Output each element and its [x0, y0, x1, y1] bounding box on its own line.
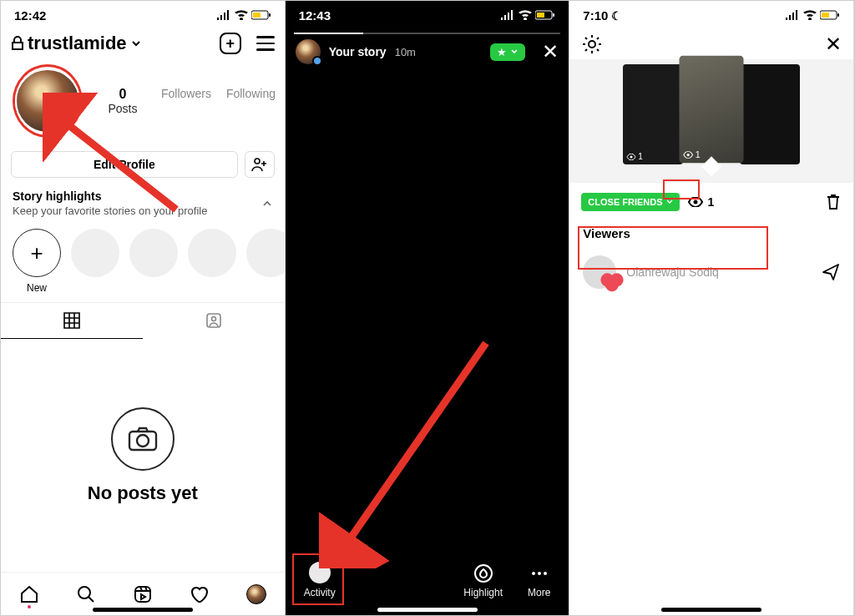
svg-point-21 — [630, 155, 633, 158]
stat-followers[interactable]: Followers — [161, 87, 211, 115]
camera-icon — [111, 407, 175, 471]
chevron-down-icon — [666, 199, 673, 205]
profile-avatar — [15, 68, 80, 134]
highlights-title: Story highlights — [13, 189, 207, 203]
home-indicator — [377, 608, 478, 612]
settings-button[interactable] — [581, 33, 603, 55]
status-bar: 12:43 — [286, 1, 569, 29]
nav-reels[interactable] — [132, 583, 154, 605]
svg-rect-9 — [135, 587, 150, 602]
close-friends-label: CLOSE FRIENDS — [588, 197, 662, 207]
profile-topbar: trustlamide + — [1, 29, 285, 59]
highlight-placeholder — [71, 229, 119, 294]
chevron-up-icon[interactable] — [261, 198, 273, 210]
add-badge-icon — [312, 56, 322, 66]
story-header: Your story 10m ★ ✕ — [286, 34, 569, 69]
profile-stats: 0 Posts Followers Following — [99, 87, 276, 115]
viewer-avatar — [583, 255, 616, 289]
nav-search[interactable] — [75, 583, 97, 605]
profile-screen: 12:42 trustlamide + 0 Pos — [1, 1, 286, 615]
profile-avatar-story-ring[interactable] — [13, 64, 83, 138]
tab-tagged[interactable] — [143, 303, 285, 339]
highlight-label: Highlight — [463, 587, 503, 598]
highlight-button[interactable]: Highlight — [463, 563, 503, 598]
close-button[interactable]: ✕ — [825, 33, 842, 56]
svg-point-3 — [255, 159, 260, 164]
svg-point-5 — [211, 317, 215, 321]
profile-avatar-small — [246, 584, 266, 604]
more-label: More — [528, 587, 550, 598]
more-button[interactable]: More — [528, 563, 550, 598]
plus-circle-icon: + — [13, 229, 61, 277]
story-toolbar: Activity Highlight More — [286, 553, 569, 615]
view-count[interactable]: 1 — [688, 195, 715, 209]
view-count-number: 1 — [708, 195, 715, 209]
svg-point-22 — [687, 153, 690, 155]
svg-rect-18 — [822, 13, 829, 18]
stat-following[interactable]: Following — [226, 87, 276, 115]
profile-header: 0 Posts Followers Following — [1, 59, 285, 143]
viewer-name: Olanrewaju Sodiq — [626, 265, 719, 279]
lock-icon — [11, 36, 24, 51]
discover-people-button[interactable] — [245, 151, 275, 178]
svg-point-23 — [693, 200, 697, 204]
plus-icon: + — [225, 36, 235, 51]
moon-icon: ☾ — [611, 9, 622, 23]
username-switcher[interactable]: trustlamide — [11, 33, 142, 54]
nav-activity[interactable] — [189, 583, 210, 605]
tab-grid[interactable] — [1, 303, 143, 339]
viewers-header: Viewers — [569, 221, 853, 247]
svg-point-8 — [78, 587, 90, 598]
story-viewers-screen: 7:10☾ ✕ 1 1 CLOSE FRIENDS 1 — [569, 1, 854, 615]
svg-rect-2 — [269, 13, 271, 17]
tagged-icon — [205, 311, 223, 330]
svg-rect-19 — [837, 13, 839, 17]
menu-button[interactable] — [256, 36, 275, 51]
grid-icon — [63, 311, 81, 330]
story-thumbnail-active[interactable]: 1 — [680, 56, 744, 163]
svg-point-15 — [538, 572, 541, 575]
thumbnail-views: 1 — [683, 149, 701, 159]
posts-label: Posts — [99, 102, 146, 115]
activity-button[interactable]: Activity — [304, 562, 336, 598]
no-posts-text: No posts yet — [88, 482, 198, 504]
svg-point-14 — [532, 572, 535, 575]
following-label: Following — [226, 87, 276, 100]
svg-rect-11 — [537, 13, 544, 18]
highlight-placeholder — [188, 229, 236, 294]
status-icons — [785, 10, 840, 20]
create-post-button[interactable]: + — [220, 33, 241, 54]
nav-home[interactable] — [18, 583, 40, 605]
close-friends-badge[interactable]: CLOSE FRIENDS — [581, 193, 679, 211]
story-content[interactable] — [286, 69, 569, 553]
edit-profile-button[interactable]: Edit Profile — [11, 151, 238, 178]
send-button[interactable] — [822, 263, 840, 281]
status-time: 7:10☾ — [583, 8, 622, 23]
nav-profile[interactable] — [245, 583, 267, 605]
close-button[interactable]: ✕ — [542, 40, 559, 63]
story-time: 10m — [395, 46, 416, 58]
svg-point-7 — [137, 435, 149, 447]
story-avatar[interactable] — [296, 39, 321, 64]
viewer-row[interactable]: Olanrewaju Sodiq — [569, 247, 853, 297]
eye-icon — [688, 197, 703, 207]
svg-point-13 — [475, 565, 492, 582]
delete-button[interactable] — [825, 193, 842, 211]
status-icons — [216, 10, 271, 20]
close-friends-pill[interactable]: ★ — [490, 43, 525, 61]
paper-plane-icon — [822, 263, 840, 281]
highlights-subtitle: Keep your favorite stories on your profi… — [13, 204, 207, 217]
status-bar: 12:42 — [1, 1, 285, 29]
highlight-placeholder — [246, 229, 286, 294]
story-thumbnail[interactable] — [740, 64, 800, 164]
trash-icon — [825, 193, 842, 211]
highlight-icon — [473, 563, 493, 583]
empty-posts-area: No posts yet — [1, 339, 285, 572]
story-thumbnails: 1 1 — [569, 59, 853, 183]
highlight-new-button[interactable]: + New — [13, 229, 61, 294]
stat-posts[interactable]: 0 Posts — [99, 87, 146, 115]
status-icons — [500, 10, 555, 20]
story-thumbnail[interactable]: 1 — [623, 64, 683, 164]
profile-tabs — [1, 302, 285, 339]
highlight-new-label: New — [13, 282, 61, 294]
